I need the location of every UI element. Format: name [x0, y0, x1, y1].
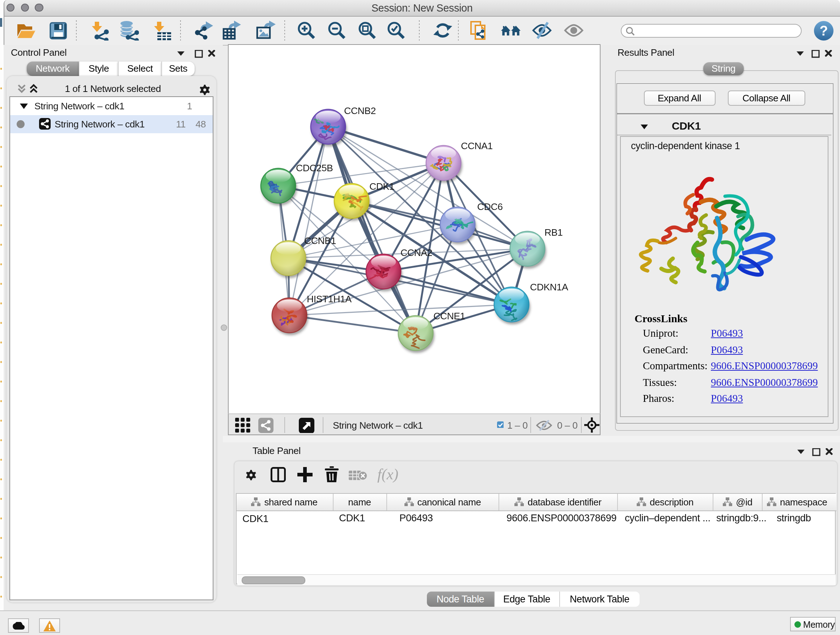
svg-text:CDC25B: CDC25B: [296, 163, 333, 173]
svg-text:CCNA1: CCNA1: [461, 141, 493, 151]
svg-text:HIST1H1A: HIST1H1A: [307, 294, 352, 304]
svg-text:?: ?: [820, 23, 828, 38]
svg-text:CDK1: CDK1: [369, 181, 394, 192]
svg-text:CDKN1A: CDKN1A: [530, 282, 568, 293]
svg-text:CCNB2: CCNB2: [344, 105, 376, 116]
svg-text:CDC6: CDC6: [477, 201, 503, 212]
svg-text:CCNB1: CCNB1: [304, 235, 336, 246]
svg-text:CCNE1: CCNE1: [433, 310, 465, 321]
svg-text:CCNA2: CCNA2: [401, 247, 432, 258]
svg-text:RB1: RB1: [545, 227, 562, 238]
